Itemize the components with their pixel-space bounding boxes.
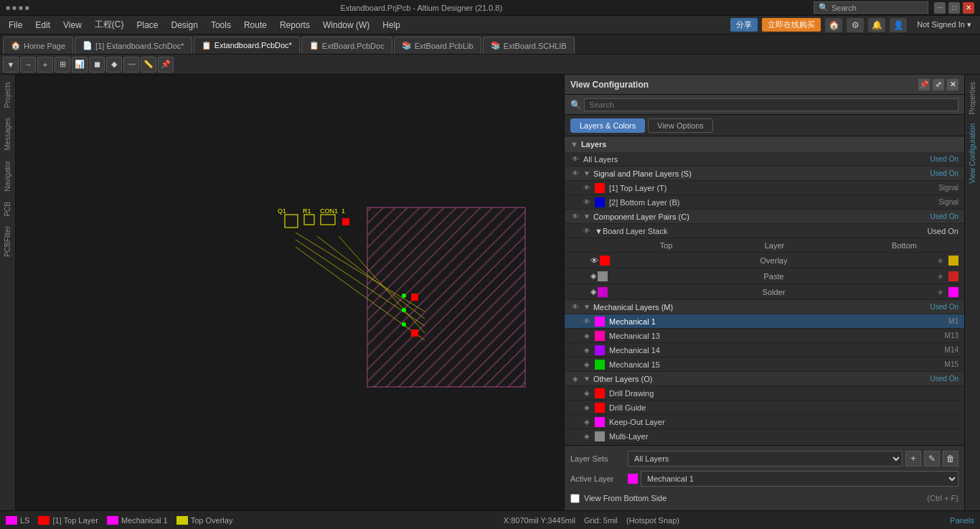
bottom-layer-swatch[interactable] [595, 197, 605, 207]
sidebar-projects[interactable]: Projects [2, 78, 13, 112]
close-button[interactable]: ✕ [963, 2, 974, 14]
mech15-row[interactable]: ◈ Mechanical 15 M15 [565, 357, 964, 372]
drill-drawing-vis-btn[interactable]: ◈ [582, 388, 592, 398]
mech1-row[interactable]: 👁 Mechanical 1 M1 [565, 314, 964, 329]
mech13-swatch[interactable] [595, 331, 605, 341]
drill-guide-swatch[interactable] [595, 403, 605, 413]
vc-float-btn[interactable]: ⤢ [933, 79, 944, 90]
poly-btn[interactable]: ◆ [106, 57, 122, 72]
add-btn[interactable]: + [37, 57, 53, 72]
top-layer-swatch[interactable] [595, 183, 605, 193]
sidebar-pcbfilter[interactable]: PCBFilter [2, 222, 13, 261]
drill-drawing-swatch[interactable] [595, 388, 605, 398]
sidebar-view-config[interactable]: View Configuration [967, 119, 978, 188]
mechanical-group-row[interactable]: 👁 ▼ Mechanical Layers (M) Used On [565, 300, 964, 314]
paste-top-swatch[interactable] [598, 271, 608, 281]
paste-bottom-swatch[interactable] [948, 271, 958, 281]
mech1-swatch[interactable] [595, 317, 605, 327]
active-layer-select[interactable]: Mechanical 1 [641, 471, 958, 487]
paste-top-eye[interactable]: ◈ [590, 271, 596, 281]
vc-close-btn[interactable]: ✕ [947, 79, 958, 90]
overlay-bottom-swatch[interactable] [948, 256, 958, 266]
tab-pcb-lib[interactable]: 📚 ExtBoard.PcbLib [394, 37, 481, 54]
component-group-row[interactable]: 👁 ▼ Component Layer Pairs (C) Used On [565, 210, 964, 224]
menu-view[interactable]: View [57, 19, 88, 32]
tab-sch-lib[interactable]: 📚 ExtBoard.SCHLIB [483, 37, 575, 54]
sidebar-messages[interactable]: Messages [2, 113, 13, 155]
menu-help[interactable]: Help [377, 19, 406, 32]
title-search-bar[interactable]: 🔍 Search [814, 1, 928, 14]
board-stack-vis-btn[interactable]: 👁 [582, 226, 592, 236]
overlay-top-vis[interactable]: 👁 [590, 256, 612, 266]
maximize-button[interactable]: □ [948, 2, 960, 14]
panels-label[interactable]: Panels [950, 516, 974, 525]
mech1-vis-btn[interactable]: 👁 [582, 317, 592, 327]
buy-button[interactable]: 立即在线购买 [762, 18, 821, 32]
minimize-button[interactable]: ─ [934, 2, 946, 14]
layer-sets-select[interactable]: All Layers [628, 451, 903, 467]
mechanical-vis-btn[interactable]: 👁 [570, 302, 580, 312]
chart-btn[interactable]: 📊 [72, 57, 88, 72]
tab-sch-doc[interactable]: 📄 [1] Extandboard.SchDoc* [75, 37, 192, 54]
other-vis-btn[interactable]: ◈ [570, 374, 580, 384]
keep-out-swatch[interactable] [595, 417, 605, 427]
top-layer-row[interactable]: 👁 [1] Top Layer (T) Signal [565, 181, 964, 195]
mech15-swatch[interactable] [595, 360, 605, 370]
bottom-layer-vis-btn[interactable]: 👁 [582, 197, 592, 207]
tab-pcb-doc2[interactable]: 📋 ExtBoard.PcbDoc [301, 37, 392, 54]
mech14-row[interactable]: ◈ Mechanical 14 M14 [565, 343, 964, 357]
mech13-vis-btn[interactable]: ◈ [582, 331, 592, 341]
settings-icon-btn[interactable]: ⚙ [847, 18, 864, 32]
sidebar-pcb[interactable]: PCB [2, 197, 13, 221]
solder-top-eye[interactable]: ◈ [590, 287, 596, 296]
solder-bottom-swatch[interactable] [948, 287, 958, 297]
drill-guide-vis-btn[interactable]: ◈ [582, 403, 592, 413]
mech13-row[interactable]: ◈ Mechanical 13 M13 [565, 329, 964, 343]
overlay-bottom-eye-icon[interactable]: ◈ [936, 256, 946, 266]
panels-label-area[interactable]: Panels [950, 515, 974, 525]
drill-drawing-row[interactable]: ◈ Drill Drawing [565, 386, 964, 401]
solder-bottom-eye-icon[interactable]: ◈ [936, 287, 946, 297]
menu-place[interactable]: Place [131, 19, 164, 32]
solder-top-vis[interactable]: ◈ [590, 287, 612, 297]
vc-pin-btn[interactable]: 📌 [918, 79, 930, 90]
grid-btn[interactable]: ⊞ [55, 57, 70, 72]
user-label[interactable]: Not Signed In ▾ [911, 19, 977, 31]
signal-group-row[interactable]: 👁 ▼ Signal and Plane Layers (S) Used On [565, 167, 964, 181]
component-vis-btn[interactable]: 👁 [570, 212, 580, 222]
menu-route[interactable]: Route [238, 19, 273, 32]
multi-layer-row[interactable]: ◈ Multi-Layer [565, 429, 964, 444]
active-layer-color[interactable] [628, 474, 638, 484]
keep-out-vis-btn[interactable]: ◈ [582, 417, 592, 427]
overlay-top-swatch[interactable] [600, 256, 610, 266]
menu-tools[interactable]: Tools [205, 19, 237, 32]
tab-layers-colors[interactable]: Layers & Colors [570, 118, 645, 133]
overlay-top-eye[interactable]: 👁 [590, 256, 598, 265]
other-group-row[interactable]: ◈ ▼ Other Layers (O) Used On [565, 372, 964, 386]
signal-vis-btn[interactable]: 👁 [570, 169, 580, 179]
mech15-vis-btn[interactable]: ◈ [582, 360, 592, 370]
menu-reports[interactable]: Reports [274, 19, 316, 32]
drill-guide-row[interactable]: ◈ Drill Guide [565, 401, 964, 415]
solder-row[interactable]: ◈ Solder ◈ [565, 284, 964, 300]
wave-btn[interactable]: 〰 [123, 57, 139, 72]
all-layers-vis-btn[interactable]: 👁 [570, 154, 580, 164]
sidebar-navigator[interactable]: Navigator [2, 156, 13, 196]
filter-btn[interactable]: ▼ [3, 57, 19, 72]
marker-btn[interactable]: 📌 [158, 57, 174, 72]
solder-top-swatch[interactable] [598, 287, 608, 297]
tab-pcb-doc[interactable]: 📋 Extandboard.PcbDoc* [194, 37, 300, 54]
shape-btn[interactable]: ◼ [89, 57, 105, 72]
layer-sets-delete-btn[interactable]: 🗑 [943, 451, 958, 467]
menu-file[interactable]: File [3, 19, 28, 32]
all-layers-row[interactable]: 👁 All Layers Used On [565, 152, 964, 167]
user-icon-btn[interactable]: 👤 [890, 18, 907, 32]
tab-home[interactable]: 🏠 Home Page [3, 37, 73, 54]
vc-search-input[interactable] [584, 98, 958, 111]
multi-layer-vis-btn[interactable]: ◈ [582, 431, 592, 441]
layers-section-header[interactable]: ▼ Layers [565, 136, 964, 152]
menu-design[interactable]: Design [166, 19, 204, 32]
menu-project[interactable]: 工程(C) [89, 17, 130, 32]
sidebar-properties[interactable]: Properties [967, 78, 978, 119]
board-layer-stack-row[interactable]: 👁 ▼ Board Layer Stack Used On [565, 224, 964, 238]
